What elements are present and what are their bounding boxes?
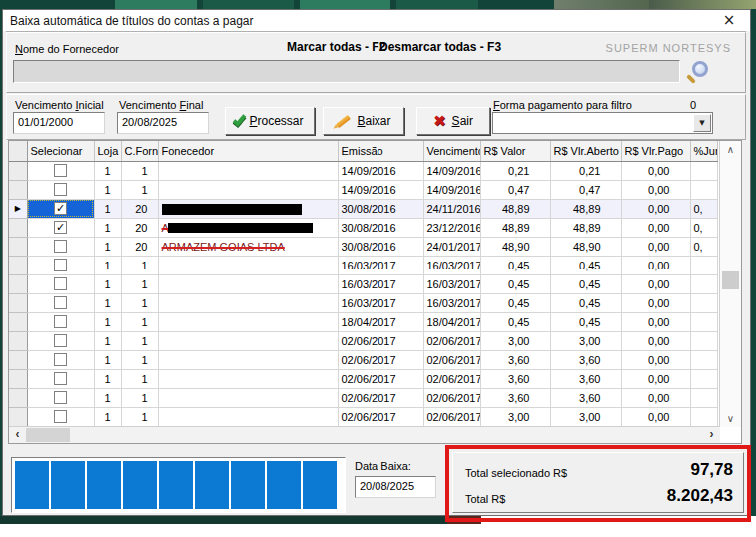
- cell-juros: [690, 388, 717, 407]
- progress-block: [231, 461, 265, 509]
- column-header[interactable]: Vencimento: [423, 141, 480, 161]
- scroll-down-icon[interactable]: ∨: [720, 410, 741, 427]
- progress-block: [195, 461, 229, 509]
- cell-valor: 3,60: [480, 350, 550, 369]
- row-gutter: [9, 350, 27, 369]
- select-cell[interactable]: [27, 331, 94, 350]
- supplier-input[interactable]: [13, 60, 680, 83]
- struck-supplier-name: ARMAZEM GOIAS LTDA: [162, 241, 285, 253]
- select-cell[interactable]: ✓: [27, 218, 94, 237]
- row-gutter: [9, 407, 27, 426]
- horizontal-scrollbar[interactable]: ‹ ›: [9, 426, 720, 443]
- row-checkbox[interactable]: [54, 372, 67, 385]
- row-checkbox[interactable]: [54, 334, 67, 347]
- scroll-right-icon[interactable]: ›: [703, 427, 720, 443]
- select-cell[interactable]: ✓: [27, 199, 94, 218]
- select-cell[interactable]: [27, 407, 94, 426]
- cell-loja: 1: [94, 312, 121, 331]
- vertical-scroll-thumb[interactable]: [722, 271, 739, 289]
- unmark-all-label[interactable]: Desmarcar todas - F3: [379, 40, 501, 54]
- close-icon[interactable]: ×: [714, 10, 744, 31]
- select-cell[interactable]: [27, 293, 94, 312]
- column-header[interactable]: Fonecedor: [158, 141, 338, 161]
- progress-block: [303, 461, 337, 509]
- row-checkbox[interactable]: [54, 183, 67, 196]
- cell-vlr-pago: 0,00: [621, 256, 690, 274]
- select-cell[interactable]: [27, 256, 94, 274]
- search-icon[interactable]: [692, 61, 708, 77]
- desktop-background-top: [0, 0, 756, 9]
- totals-panel: Total selecionado R$ 97,78 Total R$ 8.20…: [452, 452, 744, 513]
- column-header[interactable]: %Juros: [690, 141, 717, 161]
- row-gutter: [9, 256, 27, 274]
- row-gutter: [9, 312, 27, 331]
- forma-pagamento-dropdown[interactable]: ▼: [492, 112, 713, 134]
- row-checkbox[interactable]: [54, 391, 67, 404]
- clear-filter-eraser-icon[interactable]: [719, 109, 744, 131]
- row-checkbox[interactable]: ✓: [54, 202, 67, 215]
- row-checkbox[interactable]: [54, 259, 67, 271]
- mark-all-label[interactable]: Marcar todas - F2: [287, 40, 385, 54]
- data-baixa-input[interactable]: 20/08/2025: [355, 476, 436, 498]
- venc-final-input[interactable]: 20/08/2025: [117, 112, 209, 134]
- row-checkbox[interactable]: [54, 296, 67, 309]
- select-cell[interactable]: [27, 161, 94, 180]
- scroll-left-icon[interactable]: ‹: [9, 427, 26, 443]
- column-header[interactable]: C.Forn.: [121, 141, 158, 161]
- supplier-label: Nome do Fornecedor: [15, 43, 119, 55]
- cell-cforn: 1: [121, 331, 158, 350]
- cell-vlr-aberto: 3,60: [550, 388, 621, 407]
- row-checkbox[interactable]: [54, 277, 67, 290]
- cell-vencimento: 16/03/2017: [423, 274, 480, 293]
- row-checkbox[interactable]: [54, 410, 67, 423]
- row-checkbox[interactable]: ✓: [54, 221, 67, 234]
- row-checkbox[interactable]: [54, 315, 67, 328]
- table-row: 1116/03/201716/03/20170,450,450,00: [9, 256, 717, 274]
- select-cell[interactable]: [27, 180, 94, 199]
- horizontal-scroll-thumb[interactable]: [26, 428, 70, 442]
- cell-vencimento: 14/09/2016: [423, 161, 480, 180]
- select-cell[interactable]: [27, 350, 94, 369]
- cell-vlr-pago: 0,00: [621, 407, 690, 426]
- column-header[interactable]: R$ Vlr.Aberto: [550, 141, 621, 161]
- cell-juros: [690, 407, 717, 426]
- row-checkbox[interactable]: [54, 240, 67, 253]
- column-header[interactable]: Selecionar: [27, 141, 94, 161]
- cell-cforn: 1: [121, 312, 158, 331]
- cell-emissao: 16/03/2017: [338, 274, 423, 293]
- processar-button[interactable]: Processar: [225, 107, 315, 135]
- select-cell[interactable]: [27, 369, 94, 388]
- clear-supplier-eraser-icon[interactable]: [718, 60, 743, 82]
- sair-button[interactable]: ✖ Sair: [416, 107, 490, 135]
- cell-juros: [690, 256, 717, 274]
- cell-juros: [690, 274, 717, 293]
- partially-redacted-supplier-name: ARMAZEM GOIAS LTDA: [162, 222, 285, 234]
- venc-inicial-input[interactable]: 01/01/2000: [13, 112, 105, 134]
- cell-vencimento: 02/06/2017: [423, 388, 480, 407]
- progress-block: [15, 461, 49, 509]
- baixar-button[interactable]: Baixar: [323, 107, 404, 135]
- column-header[interactable]: Emissão: [338, 141, 423, 161]
- cell-vencimento: 02/06/2017: [423, 369, 480, 388]
- vertical-scrollbar[interactable]: ∧ ∨: [719, 141, 741, 427]
- column-header[interactable]: R$ Vlr.Pago: [621, 141, 690, 161]
- row-checkbox[interactable]: [54, 164, 67, 177]
- column-header[interactable]: Loja: [94, 141, 121, 161]
- column-header[interactable]: R$ Valor: [480, 141, 550, 161]
- select-cell[interactable]: [27, 274, 94, 293]
- cell-vlr-pago: 0,00: [621, 180, 690, 199]
- select-cell[interactable]: [27, 388, 94, 407]
- cell-fornecedor: [158, 407, 338, 426]
- progress-block: [123, 461, 157, 509]
- cell-cforn: 1: [121, 180, 158, 199]
- select-cell[interactable]: [27, 312, 94, 331]
- scroll-up-icon[interactable]: ∧: [720, 141, 741, 158]
- title-bar[interactable]: Baixa automática de títulos do contas a …: [3, 10, 750, 31]
- desktop-background-bottom-accent: [447, 516, 481, 524]
- row-checkbox[interactable]: [54, 353, 67, 366]
- cell-emissao: 02/06/2017: [338, 407, 423, 426]
- row-gutter: [9, 274, 27, 293]
- chevron-down-icon[interactable]: ▼: [693, 114, 711, 132]
- select-cell[interactable]: [27, 237, 94, 256]
- grid-header-row: SelecionarLojaC.Forn.FonecedorEmissãoVen…: [9, 141, 717, 161]
